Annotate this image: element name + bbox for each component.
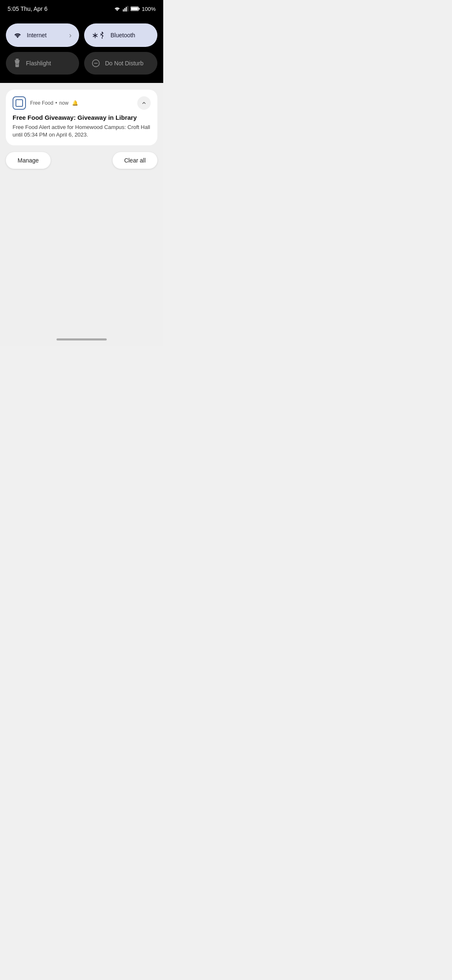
notification-body: Free Food Alert active for Homewood Camp…: [13, 124, 151, 139]
qs-tile-bluetooth[interactable]: ∗ Bluetooth: [84, 23, 157, 47]
svg-rect-5: [131, 7, 138, 10]
notification-app-info: Free Food • now 🔔: [30, 100, 78, 106]
home-bar-pill[interactable]: [56, 338, 107, 340]
bluetooth-label: Bluetooth: [110, 32, 150, 39]
signal-icon: [123, 6, 128, 12]
bluetooth-tile-icon: ∗: [92, 30, 105, 40]
svg-rect-3: [127, 6, 128, 11]
qs-tile-internet[interactable]: Internet ›: [6, 23, 79, 47]
notification-title: Free Food Giveaway: Giveaway in Library: [13, 114, 151, 121]
notification-expand-button[interactable]: [137, 96, 151, 110]
svg-rect-9: [16, 59, 19, 60]
home-bar: [0, 334, 163, 346]
battery-percent: 100%: [142, 6, 156, 12]
action-buttons: Manage Clear all: [6, 152, 157, 169]
svg-rect-12: [16, 64, 18, 65]
notification-header: Free Food • now 🔔: [13, 96, 151, 110]
status-icons: 100%: [114, 6, 156, 12]
svg-rect-0: [123, 9, 123, 11]
svg-marker-10: [15, 60, 20, 63]
svg-rect-2: [126, 7, 126, 11]
clear-all-button[interactable]: Clear all: [113, 152, 157, 169]
qs-tile-flashlight[interactable]: Flashlight: [6, 52, 79, 75]
flashlight-label: Flashlight: [26, 60, 72, 67]
status-time: 5:05 Thu, Apr 6: [8, 5, 47, 12]
dnd-tile-icon: [92, 59, 100, 67]
bell-icon: 🔔: [72, 100, 78, 106]
app-icon-inner: [15, 99, 23, 107]
notification-area: Free Food • now 🔔 Free Food Giveaway: Gi…: [0, 83, 163, 334]
app-name: Free Food: [30, 100, 53, 106]
flashlight-tile-icon: [13, 59, 21, 68]
notification-card-free-food: Free Food • now 🔔 Free Food Giveaway: Gi…: [6, 90, 157, 145]
status-bar: 5:05 Thu, Apr 6 100%: [0, 0, 163, 17]
notification-meta: Free Food • now 🔔: [13, 96, 78, 110]
wifi-tile-icon: [13, 31, 22, 39]
notification-separator: •: [55, 100, 57, 106]
dnd-label: Do Not Disturb: [105, 60, 150, 67]
battery-icon: [131, 6, 140, 11]
wifi-icon: [114, 6, 121, 12]
svg-rect-1: [124, 8, 125, 11]
qs-tile-dnd[interactable]: Do Not Disturb: [84, 52, 157, 75]
app-icon: [13, 96, 26, 110]
manage-button[interactable]: Manage: [6, 152, 51, 169]
internet-label: Internet: [27, 32, 64, 39]
internet-arrow: ›: [69, 31, 72, 40]
svg-rect-6: [139, 8, 139, 10]
quick-settings: Internet › ∗ Bluetooth Flashlight: [0, 17, 163, 83]
notification-time: now: [59, 100, 69, 106]
